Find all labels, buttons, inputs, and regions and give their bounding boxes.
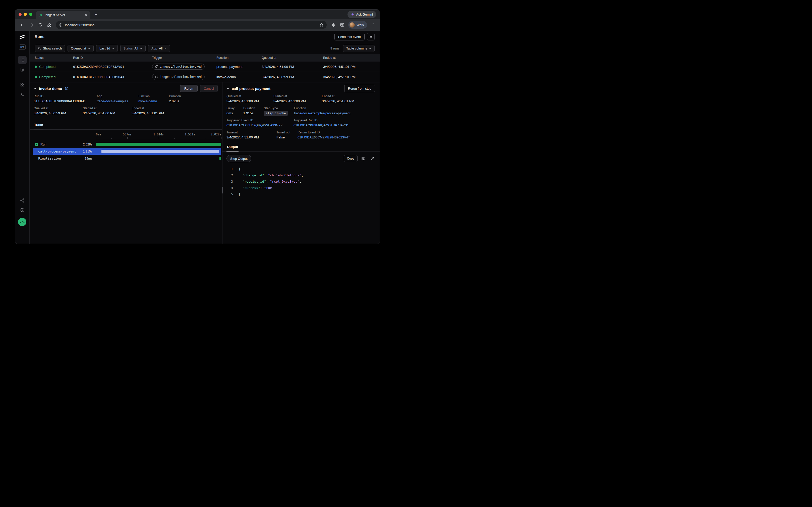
run-id: 01KJXDACBF7E98M00RAFCK9HAX	[73, 75, 152, 79]
minimize-window-button[interactable]	[24, 13, 27, 16]
page-title: Runs	[35, 35, 45, 39]
detail-field: Duration2.028s	[169, 95, 183, 103]
field-value[interactable]: 01KJXDAE66CMZMB28439023V4T	[298, 135, 350, 139]
browser-toolbar: localhost:8288/runs Work	[15, 19, 380, 31]
field-value[interactable]: invoke-demo	[138, 99, 167, 103]
trace-span-bar	[96, 143, 221, 146]
address-bar[interactable]: localhost:8288/runs	[56, 21, 327, 29]
trace-span-name: Run	[41, 143, 47, 146]
code-text: "receipt_id": "rcpt_9xyz8wvu",	[239, 178, 301, 185]
table-columns-label: Table columns	[346, 47, 367, 50]
queued-at-value: 3/4/2026, 4:50:59 PM	[262, 75, 323, 79]
share-feedback-icon[interactable]	[18, 196, 26, 205]
site-info-icon[interactable]	[59, 23, 63, 27]
check-circle-icon	[35, 143, 39, 146]
field-label: Queued at	[34, 107, 80, 110]
line-number: 1	[227, 166, 233, 172]
app-filter-label: App	[151, 47, 157, 50]
field-value[interactable]: 01KJXDACEC6H49QRQXWEA93NXZ	[227, 123, 291, 127]
copy-button[interactable]: Copy	[344, 155, 358, 162]
fullscreen-window-button[interactable]	[29, 13, 32, 16]
field-value: 0ms	[227, 111, 241, 115]
collapse-chevron-icon[interactable]	[34, 87, 37, 90]
ask-gemini-button[interactable]: Ask Gemini	[348, 11, 376, 18]
trace-span-duration: 1.915s	[83, 150, 96, 153]
column-header: Function	[216, 56, 262, 60]
field-value: 3/4/2026, 4:51:01 PM	[322, 99, 354, 103]
field-label: Function	[294, 107, 351, 110]
close-window-button[interactable]	[18, 13, 21, 16]
dev-tools-button[interactable]: </>	[18, 218, 26, 226]
run-detail-tabs: Trace	[29, 122, 222, 130]
sidebar-item-functions[interactable]	[18, 90, 26, 99]
code-line: 4 "success": true	[227, 185, 376, 191]
forward-button[interactable]	[27, 21, 35, 29]
environment-badge[interactable]: DV	[19, 45, 25, 50]
side-panel-search-icon[interactable]	[338, 21, 346, 29]
trigger-badge: inngest/function.invoked	[152, 64, 205, 70]
trigger-cell: inngest/function.invoked	[152, 64, 216, 70]
browser-menu-icon[interactable]	[369, 21, 377, 29]
app-filter[interactable]: App All	[148, 45, 170, 52]
back-button[interactable]	[18, 21, 26, 29]
sidebar-item-events[interactable]	[18, 65, 26, 74]
table-row[interactable]: Completed01KJXDACBF7E98M00RAFCK9HAXinnge…	[29, 72, 380, 82]
close-tab-icon[interactable]	[84, 13, 88, 17]
field-label: Timeout	[227, 131, 274, 134]
show-search-button[interactable]: Show search	[35, 45, 65, 52]
run-status: Completed	[35, 75, 73, 79]
time-range-filter[interactable]: Last 3d	[96, 45, 118, 52]
cancel-button[interactable]: Cancel	[200, 84, 218, 92]
field-value: 3/4/2026, 4:51:00 PM	[273, 99, 319, 103]
code-block[interactable]: 1{2 "charge_id": "ch_1abc2def3ghi",3 "re…	[223, 163, 380, 244]
field-value[interactable]: trace-docs-examples	[97, 99, 135, 103]
step-output-button[interactable]: Step Output	[227, 155, 251, 162]
status-filter[interactable]: Status All	[120, 45, 146, 52]
field-value: 1.915s	[243, 111, 261, 115]
reload-button[interactable]	[36, 21, 44, 29]
trace-row[interactable]: Finalization19ms	[33, 155, 221, 162]
rerun-button[interactable]: Rerun	[180, 84, 197, 92]
trace-span-bar	[102, 150, 219, 153]
ended-at-value: 3/4/2026, 4:51:01 PM	[323, 65, 380, 69]
field-value[interactable]: trace-docs-examples-process-payment	[294, 111, 351, 115]
browser-tab[interactable]: Inngest Server	[36, 11, 90, 19]
detail-field: Started at3/4/2026, 4:51:00 PM	[273, 95, 322, 103]
url-text[interactable]: localhost:8288/runs	[65, 23, 317, 27]
help-icon[interactable]	[18, 206, 26, 214]
word-wrap-icon[interactable]	[360, 155, 367, 162]
panel-resize-handle[interactable]	[222, 187, 223, 193]
trace-row[interactable]: call-process-payment1.915s	[33, 148, 221, 155]
table-columns-button[interactable]: Table columns	[343, 45, 375, 52]
tab-trace[interactable]: Trace	[34, 122, 44, 129]
rerun-from-step-button[interactable]: Rerun from step	[344, 84, 375, 92]
settings-gear-icon[interactable]	[367, 33, 375, 41]
trigger-cell: inngest/function.invoked	[152, 74, 216, 80]
bookmark-star-icon[interactable]	[319, 23, 324, 27]
field-value[interactable]: 01KJXDACKB9MPQACGTDP7JAVS1	[294, 123, 349, 127]
home-button[interactable]	[45, 21, 53, 29]
expand-icon[interactable]	[369, 155, 376, 162]
sidebar-item-apps[interactable]	[18, 80, 26, 89]
filter-bar: Show search Queued at Last 3d Status All…	[29, 43, 380, 54]
browser-profile-button[interactable]: Work	[348, 21, 367, 29]
trace-row[interactable]: Run2.028s	[33, 141, 221, 148]
extensions-icon[interactable]	[329, 21, 337, 29]
sidebar-item-runs[interactable]	[18, 56, 26, 64]
output-toolbar: Step Output Copy	[227, 155, 376, 162]
tab-output[interactable]: Output	[227, 144, 239, 152]
table-row[interactable]: Completed01KJXDACKB9MPQACGTDP7JAVS1innge…	[29, 62, 380, 72]
external-link-icon[interactable]	[65, 87, 68, 90]
detail-field: Delay0ms	[227, 107, 243, 115]
send-test-event-button[interactable]: Send test event	[334, 33, 365, 41]
run-detail-panel: invoke-demo Rerun Cancel Run ID01KJXDACB…	[29, 82, 223, 244]
queued-at-filter[interactable]: Queued at	[68, 45, 93, 52]
status-dot-icon	[35, 76, 37, 78]
field-label: Triggering Event ID	[227, 119, 291, 122]
field-label: Ended at	[132, 107, 164, 110]
axis-tick-label: 2.028s	[211, 133, 221, 136]
collapse-chevron-icon[interactable]	[227, 87, 230, 90]
field-label: Function	[138, 95, 167, 98]
run-meta-row-2: Queued at3/4/2026, 4:50:59 PMStarted at3…	[29, 107, 222, 115]
new-tab-button[interactable]: +	[92, 11, 100, 18]
